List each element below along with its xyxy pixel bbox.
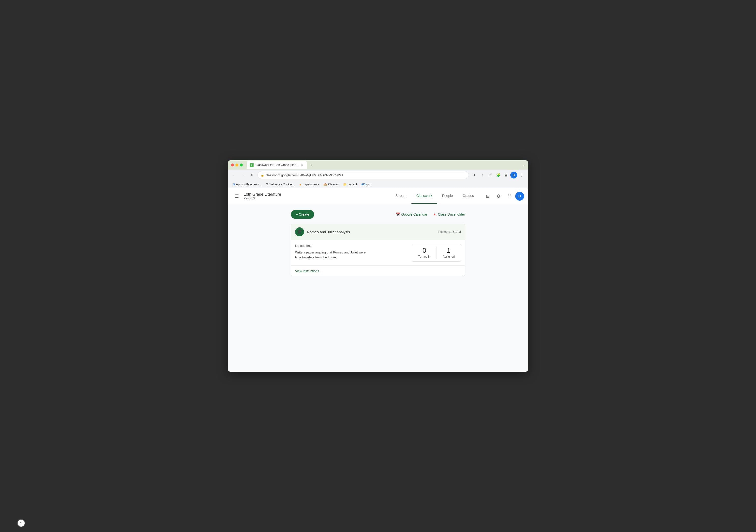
address-bar: ← → ↻ 🔒 classroom.google.com/u/0/w/NjEyM… xyxy=(228,170,528,180)
bookmark-classes-label: Classes xyxy=(328,183,338,186)
svg-rect-4 xyxy=(298,233,301,233)
content-area: + Create 📅 Google Calendar 🔺 Class Drive… xyxy=(228,204,528,372)
google-icon: G xyxy=(233,183,235,186)
assigned-label: Assigned xyxy=(443,255,455,258)
minimize-traffic-light[interactable] xyxy=(235,164,238,167)
back-button[interactable]: ← xyxy=(231,172,238,178)
tab-close-button[interactable]: ✕ xyxy=(301,163,304,167)
active-tab[interactable]: G Classwork for 10th Grade Liter… ✕ xyxy=(247,161,307,169)
url-bar[interactable]: 🔒 classroom.google.com/u/0/w/NjEyMDI4ODl… xyxy=(257,171,469,179)
app-container: ☰ 10th Grade Literature Period 3 Stream … xyxy=(228,188,528,372)
window-chevron-icon: ⌄ xyxy=(522,163,525,167)
bookmark-current[interactable]: 📁 current xyxy=(341,182,359,187)
settings-gear-icon: ⚙ xyxy=(266,183,268,186)
app-logo-title: 10th Grade Literature Period 3 xyxy=(244,192,281,200)
tab-favicon: G xyxy=(250,163,254,167)
tab-classwork[interactable]: Classwork xyxy=(412,188,437,204)
assignment-card: Romeo and Juliet analysis. Posted 11:51 … xyxy=(291,224,465,276)
tab-title: Classwork for 10th Grade Liter… xyxy=(256,163,299,167)
forward-button[interactable]: → xyxy=(240,172,247,178)
bookmark-apps-label: Apps with access... xyxy=(236,183,261,186)
api-icon: API xyxy=(361,183,365,186)
card-stats: 0 Turned in 1 Assigned xyxy=(412,244,461,262)
url-text: classroom.google.com/u/0/w/NjEyMDI4ODlxM… xyxy=(266,173,343,177)
maximize-traffic-light[interactable] xyxy=(240,164,243,167)
bookmark-icon[interactable]: ☆ xyxy=(487,172,494,178)
assigned-stat: 1 Assigned xyxy=(437,244,461,261)
assignment-icon xyxy=(295,227,304,236)
card-footer: View instructions xyxy=(291,266,465,276)
close-traffic-light[interactable] xyxy=(231,164,234,167)
window-controls-right: ⌄ xyxy=(522,163,525,167)
drive-folder-icon: 🔺 xyxy=(432,212,437,216)
google-calendar-label: Google Calendar xyxy=(401,212,427,216)
header-actions: ⊞ ⚙ ⠿ D xyxy=(483,191,524,201)
new-tab-button[interactable]: + xyxy=(308,162,315,169)
title-bar: G Classwork for 10th Grade Liter… ✕ + ⌄ xyxy=(228,160,528,170)
bookmark-classes[interactable]: 🏫 Classes xyxy=(321,182,340,187)
turned-in-label: Turned in xyxy=(418,255,430,258)
turned-in-stat: 0 Turned in xyxy=(412,244,436,261)
card-header: Romeo and Juliet analysis. Posted 11:51 … xyxy=(291,224,465,240)
tab-people[interactable]: People xyxy=(437,188,458,204)
lock-icon: 🔒 xyxy=(261,173,264,177)
due-date: No due date xyxy=(295,244,408,248)
bookmark-gcp[interactable]: API gcp xyxy=(359,182,373,187)
hamburger-button[interactable]: ☰ xyxy=(232,191,242,201)
bookmark-settings-label: Settings - Cookie... xyxy=(269,183,294,186)
view-instructions-link[interactable]: View instructions xyxy=(295,269,319,273)
address-actions: ⬇ ↑ ☆ 🧩 ▣ D ⋮ xyxy=(471,172,525,178)
triangle-icon: ▲ xyxy=(299,183,302,186)
svg-rect-1 xyxy=(298,230,301,230)
bookmark-experiments-label: Experiments xyxy=(303,183,319,186)
turned-in-count: 0 xyxy=(422,247,426,254)
class-drive-folder-link[interactable]: 🔺 Class Drive folder xyxy=(432,212,465,216)
download-icon[interactable]: ⬇ xyxy=(471,172,478,178)
create-button[interactable]: + Create xyxy=(291,210,314,219)
class-drive-folder-label: Class Drive folder xyxy=(438,212,465,216)
traffic-lights xyxy=(231,164,243,167)
bookmark-gcp-label: gcp xyxy=(366,183,371,186)
assignment-title: Romeo and Juliet analysis. xyxy=(307,230,439,234)
folder-icon: 📁 xyxy=(343,183,347,186)
assignment-posted: Posted 11:51 AM xyxy=(439,230,461,233)
svg-rect-3 xyxy=(298,232,300,232)
card-info: No due date Write a paper arguing that R… xyxy=(295,244,408,260)
bookmark-experiments[interactable]: ▲ Experiments xyxy=(297,182,321,187)
google-calendar-link[interactable]: 📅 Google Calendar xyxy=(396,212,427,216)
extensions-icon[interactable]: 🧩 xyxy=(495,172,501,178)
calendar-icon: 📅 xyxy=(396,212,400,216)
nav-tabs: Stream Classwork People Grades xyxy=(391,188,479,204)
classwork-toolbar: + Create 📅 Google Calendar 🔺 Class Drive… xyxy=(291,210,465,219)
app-title: 10th Grade Literature xyxy=(244,192,281,197)
assigned-count: 1 xyxy=(447,247,451,254)
bookmark-current-label: current xyxy=(348,183,357,186)
apps-grid-button[interactable]: ⠿ xyxy=(504,191,514,201)
display-icon-button[interactable]: ⊞ xyxy=(483,191,493,201)
card-body: No due date Write a paper arguing that R… xyxy=(291,240,465,266)
reload-button[interactable]: ↻ xyxy=(249,172,256,178)
sidebar-icon[interactable]: ▣ xyxy=(502,172,509,178)
classes-icon: 🏫 xyxy=(323,183,327,186)
bookmarks-bar: G Apps with access... ⚙ Settings - Cooki… xyxy=(228,180,528,188)
svg-rect-2 xyxy=(298,231,301,231)
tab-bar: G Classwork for 10th Grade Liter… ✕ + xyxy=(247,161,520,169)
browser-profile-avatar[interactable]: D xyxy=(510,172,517,178)
browser-menu-icon[interactable]: ⋮ xyxy=(518,172,525,178)
app-header: ☰ 10th Grade Literature Period 3 Stream … xyxy=(228,188,528,204)
bookmark-settings[interactable]: ⚙ Settings - Cookie... xyxy=(264,182,296,187)
settings-button[interactable]: ⚙ xyxy=(494,191,503,201)
assignment-description: Write a paper arguing that Romeo and Jul… xyxy=(295,250,408,260)
bookmark-apps[interactable]: G Apps with access... xyxy=(231,182,263,187)
app-subtitle: Period 3 xyxy=(244,197,281,200)
classwork-container: + Create 📅 Google Calendar 🔺 Class Drive… xyxy=(287,210,469,276)
tab-grades[interactable]: Grades xyxy=(458,188,479,204)
user-avatar[interactable]: D xyxy=(515,192,524,200)
toolbar-actions: 📅 Google Calendar 🔺 Class Drive folder xyxy=(396,212,465,216)
tab-stream[interactable]: Stream xyxy=(391,188,412,204)
share-icon[interactable]: ↑ xyxy=(479,172,486,178)
browser-window: G Classwork for 10th Grade Liter… ✕ + ⌄ … xyxy=(228,160,528,372)
